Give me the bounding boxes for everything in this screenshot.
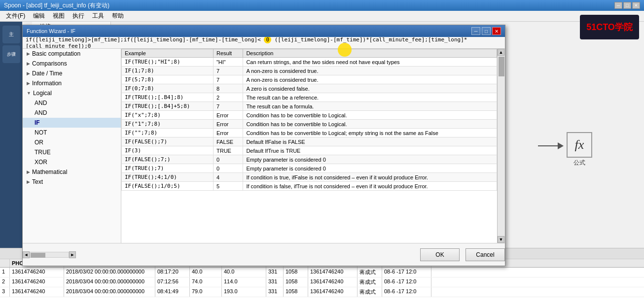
sidebar-item-if[interactable]: IF	[23, 118, 121, 128]
table-row: IF(TRUE();"HI";8)"HI"Can return strings,…	[122, 58, 497, 67]
bottom-cell: 3	[0, 287, 10, 297]
menu-tools[interactable]: 工具	[88, 11, 108, 21]
cell-example: IF(3)	[122, 146, 214, 155]
sidebar-label-if: IF	[35, 119, 40, 126]
cell-example: IF(TRUE();7)	[122, 164, 214, 173]
bottom-cell: 08-6 -17 12:0	[382, 268, 431, 277]
sidebar-item-not[interactable]: NOT	[23, 128, 121, 137]
maximize-btn[interactable]: □	[623, 2, 631, 9]
dialog-body: ▶Basic computation▶Comparisons▶Date / Ti…	[23, 49, 505, 243]
bottom-cell: 08:17:20	[155, 268, 190, 277]
table-row: IF(TRUE();7)0Empty parameter is consider…	[122, 164, 497, 173]
sidebar-arrow-date-time: ▶	[27, 71, 30, 76]
ok-button[interactable]: OK	[420, 248, 460, 261]
minimize-btn[interactable]: ─	[614, 2, 622, 9]
sidebar-item-date-time[interactable]: ▶Date / Time	[23, 68, 121, 78]
sidebar-label-true: TRUE	[35, 149, 51, 156]
sidebar-arrow-mathematical: ▶	[27, 170, 30, 174]
scroll-down-btn[interactable]: ▼	[498, 236, 504, 243]
formula-icon-box[interactable]: fx	[567, 132, 592, 158]
app-title: Spoon - [abcd] tf_leiji_cust_info (有变动)	[4, 1, 109, 10]
sidebar-label-comparisons: Comparisons	[32, 60, 67, 67]
bottom-data-rows: 1136147462402018/03/02 00:00:00.00000000…	[0, 268, 644, 297]
nav-step[interactable]: 步骤	[2, 45, 20, 63]
table-row: IF(FALSE();1/0;5)5If condition is false,…	[122, 182, 497, 191]
h-scroll-thumb[interactable]	[31, 253, 45, 258]
scroll-up-btn[interactable]: ▲	[498, 49, 504, 56]
bottom-data-row: 1136147462402018/03/02 00:00:00.00000000…	[0, 268, 644, 277]
cell-result: 5	[213, 182, 243, 191]
app-menubar: 文件(F) 编辑 视图 执行 工具 帮助	[0, 11, 644, 22]
menu-edit[interactable]: 编辑	[29, 11, 49, 21]
bottom-cell: 331	[266, 287, 284, 297]
bottom-cell: 74.0	[190, 277, 222, 287]
cell-result: "HI"	[213, 58, 243, 67]
bottom-cell: 13614746240	[308, 287, 358, 297]
sidebar-item-text[interactable]: ▶Text	[23, 177, 121, 187]
bottom-cell: 2018/03/04 00:00:00.000000000	[64, 287, 155, 297]
menu-execute[interactable]: 执行	[69, 11, 88, 21]
table-row: IF(0;7;8)8A zero is considered false.	[122, 84, 497, 93]
bottom-cell: 1	[0, 268, 10, 277]
function-wizard-dialog: Function Wizard - IF ─ □ ✕ if([leiji_tim…	[22, 25, 505, 266]
h-scroll-track[interactable]	[30, 252, 69, 258]
titlebar-controls: ─ □ ✕	[614, 2, 640, 9]
dialog-minimize-btn[interactable]: ─	[471, 27, 480, 35]
cancel-button[interactable]: Cancel	[465, 248, 505, 261]
bottom-cell: 13614746240	[308, 268, 358, 277]
sidebar-label-basic-computation: Basic computation	[32, 50, 80, 57]
cell-result: Error	[213, 120, 243, 129]
table-row: IF("";7;8)ErrorCondition has to be conve…	[122, 129, 497, 137]
sidebar-item-basic-computation[interactable]: ▶Basic computation	[23, 49, 121, 59]
scrollbar[interactable]: ▲ ▼	[497, 49, 505, 243]
scroll-right-btn[interactable]: ►	[69, 251, 76, 258]
cell-description: Default IfTrue is TRUE	[243, 146, 497, 155]
sidebar-label-and2: AND	[35, 109, 47, 116]
scroll-left-btn[interactable]: ◄	[23, 251, 30, 258]
bottom-cell: 2018/03/04 00:00:00.000000000	[64, 277, 155, 287]
bottom-cell: 193.0	[222, 287, 266, 297]
sidebar-label-text: Text	[32, 178, 43, 185]
table-row: IF(TRUE();[.B4];8)2The result can be a r…	[122, 93, 497, 102]
scroll-track[interactable]	[498, 56, 505, 236]
col-description: Description	[243, 49, 497, 58]
bottom-cell: 08-6 -17 12:0	[382, 287, 431, 297]
bottom-cell: 1058	[284, 268, 308, 277]
sidebar-item-and1[interactable]: AND	[23, 98, 121, 108]
dialog-maximize-btn[interactable]: □	[482, 27, 491, 35]
sidebar-item-and2[interactable]: AND	[23, 108, 121, 118]
cell-description: Empty parameter is considered 0	[243, 155, 497, 164]
dialog-close-btn[interactable]: ✕	[492, 27, 501, 35]
sidebar-label-information: Information	[32, 80, 62, 87]
cell-example: IF(0;7;8)	[122, 84, 214, 93]
sidebar-item-or[interactable]: OR	[23, 137, 121, 147]
bottom-cell: 13614746240	[308, 277, 358, 287]
close-btn[interactable]: ✕	[632, 2, 640, 9]
bottom-cell: 1058	[284, 277, 308, 287]
cell-result: 7	[213, 102, 243, 111]
sidebar-item-information[interactable]: ▶Information	[23, 78, 121, 88]
menu-file[interactable]: 文件(F)	[2, 11, 29, 21]
app-titlebar: Spoon - [abcd] tf_leiji_cust_info (有变动) …	[0, 0, 644, 11]
nav-main[interactable]: 主	[2, 26, 20, 43]
arrow-head-icon	[558, 142, 564, 149]
sidebar-label-mathematical: Mathematical	[32, 169, 67, 175]
cell-result: 0	[213, 155, 243, 164]
dialog-footer: ◄ ► OK Cancel	[23, 243, 505, 266]
cell-result: 7	[213, 67, 243, 75]
formula-cursor: 0	[264, 37, 271, 43]
bottom-cell: 114.0	[222, 277, 266, 287]
app-background: Spoon - [abcd] tf_leiji_cust_info (有变动) …	[0, 0, 644, 308]
sidebar-item-comparisons[interactable]: ▶Comparisons	[23, 59, 121, 68]
scroll-thumb[interactable]	[499, 57, 504, 76]
bottom-cell: 79.0	[190, 287, 222, 297]
menu-view[interactable]: 视图	[49, 11, 69, 21]
sidebar-item-mathematical[interactable]: ▶Mathematical	[23, 167, 121, 177]
sidebar-item-logical[interactable]: ▼Logical	[23, 88, 121, 98]
menu-help[interactable]: 帮助	[108, 11, 128, 21]
dialog-title: Function Wizard - IF	[27, 28, 75, 34]
table-row: IF(1;7;8)7A non-zero is considered true.	[122, 67, 497, 75]
cell-description: Empty parameter is considered 0	[243, 164, 497, 173]
sidebar-item-xor[interactable]: XOR	[23, 157, 121, 167]
sidebar-item-true[interactable]: TRUE	[23, 147, 121, 157]
